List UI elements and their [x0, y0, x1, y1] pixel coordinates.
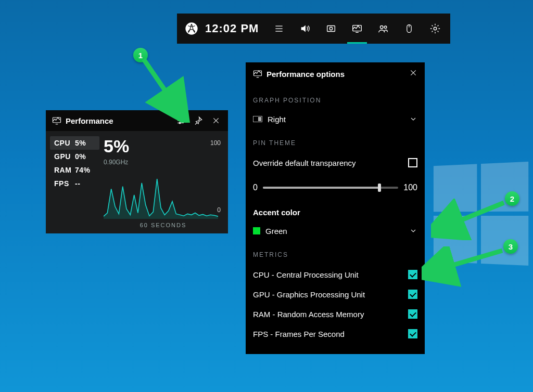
cpu-sparkline	[104, 169, 218, 219]
position-right-icon	[253, 116, 262, 122]
svg-point-2	[330, 27, 333, 30]
monitor-icon	[52, 116, 61, 125]
pin-theme-header: PIN THEME	[253, 139, 417, 147]
override-transparency-label: Override default transparency	[253, 159, 408, 167]
metrics-header: METRICS	[253, 251, 417, 258]
slider-min: 0	[253, 183, 258, 192]
override-transparency-checkbox[interactable]	[408, 158, 417, 167]
slider-max: 100	[403, 183, 417, 192]
list-icon	[274, 23, 284, 34]
close-icon	[212, 116, 220, 125]
options-title: Performance options	[266, 70, 402, 79]
metric-checkbox-gpu[interactable]	[408, 290, 417, 299]
chevron-down-icon	[409, 115, 417, 123]
performance-icon	[351, 23, 363, 34]
perf-metric-fps[interactable]: FPS --	[50, 177, 99, 190]
perf-sub-value: 0.90GHz	[104, 159, 223, 166]
accent-swatch	[253, 227, 260, 234]
xbox-icon	[185, 22, 198, 35]
metric-checkbox-cpu[interactable]	[408, 270, 417, 279]
svg-rect-1	[327, 26, 335, 32]
capture-icon	[325, 23, 337, 34]
chevron-down-icon	[409, 227, 417, 235]
metric-row-cpu: CPU - Central Processing Unit	[253, 265, 417, 284]
perf-titlebar: Performance	[46, 110, 228, 131]
game-bar: 12:02 PM	[177, 14, 450, 44]
audio-button[interactable]	[292, 14, 318, 44]
graph-position-header: GRAPH POSITION	[253, 97, 417, 104]
settings-button[interactable]	[422, 14, 448, 44]
gear-icon	[429, 23, 441, 34]
perf-close-button[interactable]	[207, 110, 225, 131]
perf-metric-cpu[interactable]: CPU 5%	[50, 136, 99, 150]
graph-ymin: 0	[217, 206, 221, 214]
accent-color-header: Accent color	[253, 208, 417, 217]
xbox-button[interactable]	[179, 14, 204, 44]
metric-row-ram: RAM - Random Access Memory	[253, 304, 417, 324]
metric-checkbox-fps[interactable]	[408, 329, 417, 338]
graph-position-dropdown[interactable]: Right	[253, 110, 417, 128]
performance-button[interactable]	[344, 14, 370, 44]
metric-row-fps: FPS - Frames Per Second	[253, 324, 417, 344]
svg-point-4	[380, 26, 384, 29]
options-close-button[interactable]	[402, 69, 417, 79]
svg-point-7	[434, 27, 437, 30]
svg-line-14	[437, 203, 504, 230]
close-icon	[409, 69, 417, 77]
svg-point-5	[385, 26, 387, 29]
perf-metric-gpu[interactable]: GPU 0%	[50, 150, 99, 163]
metric-row-gpu: GPU - Graphics Processing Unit	[253, 284, 417, 304]
perf-metric-list: CPU 5% GPU 0% RAM 74% FPS --	[50, 136, 99, 228]
transparency-slider-row: 0 100	[253, 180, 417, 195]
metric-checkbox-ram[interactable]	[408, 309, 417, 319]
annotation-1: 1	[133, 48, 148, 62]
performance-options-panel: Performance options GRAPH POSITION Right…	[246, 62, 425, 354]
mouse-button[interactable]	[396, 14, 422, 44]
graph-xlabel: 60 SECONDS	[104, 222, 223, 228]
perf-graph: 5% 0.90GHz 100 0 60 SECONDS	[99, 136, 223, 228]
clock: 12:02 PM	[204, 22, 266, 35]
mouse-icon	[404, 23, 414, 34]
social-button[interactable]	[370, 14, 396, 44]
performance-widget: Performance CPU 5% GPU 0%	[46, 110, 228, 233]
perf-big-value: 5%	[104, 136, 223, 156]
people-icon	[377, 23, 389, 34]
capture-button[interactable]	[318, 14, 344, 44]
widgets-menu-button[interactable]	[266, 14, 292, 44]
monitor-icon	[253, 70, 262, 78]
volume-icon	[299, 23, 311, 34]
svg-line-15	[428, 251, 502, 272]
graph-ymax: 100	[210, 139, 221, 147]
transparency-slider[interactable]	[263, 187, 398, 189]
accent-color-dropdown[interactable]: Green	[253, 222, 417, 240]
perf-metric-ram[interactable]: RAM 74%	[50, 163, 99, 177]
svg-line-13	[144, 59, 180, 112]
